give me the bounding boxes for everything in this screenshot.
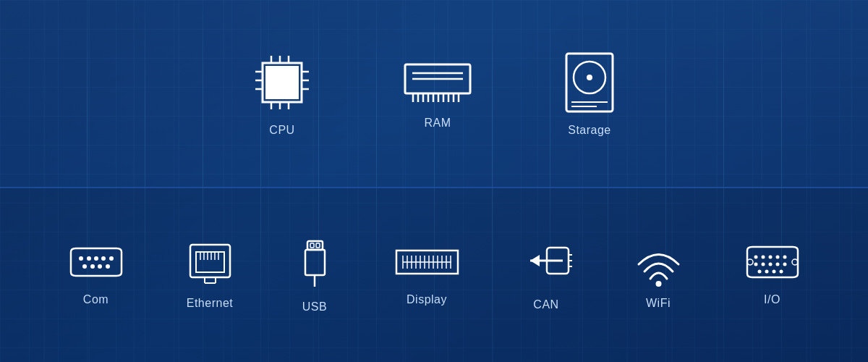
ram-icon xyxy=(401,57,474,108)
usb-label: USB xyxy=(302,300,327,313)
svg-point-89 xyxy=(757,269,761,273)
bottom-section: Com Ethernet xyxy=(0,188,868,362)
svg-rect-56 xyxy=(316,243,320,248)
can-item: CAN xyxy=(490,239,603,311)
svg-point-35 xyxy=(87,256,91,261)
svg-point-88 xyxy=(783,262,786,266)
svg-point-79 xyxy=(754,255,757,258)
ethernet-item: Ethernet xyxy=(154,241,266,310)
can-label: CAN xyxy=(533,298,558,311)
svg-point-42 xyxy=(106,264,110,269)
svg-point-82 xyxy=(775,255,779,258)
svg-point-91 xyxy=(772,269,775,273)
svg-point-86 xyxy=(768,262,772,266)
svg-point-78 xyxy=(655,281,661,287)
storage-item: Starage xyxy=(517,50,662,137)
ethernet-label: Ethernet xyxy=(187,297,233,310)
svg-point-41 xyxy=(98,264,102,269)
svg-point-39 xyxy=(82,264,87,269)
ethernet-icon xyxy=(183,241,237,288)
io-icon xyxy=(744,245,801,285)
wifi-icon xyxy=(631,241,686,288)
cpu-icon xyxy=(250,50,315,115)
usb-icon xyxy=(295,237,335,292)
storage-label: Starage xyxy=(568,124,611,137)
display-icon xyxy=(393,245,461,285)
svg-rect-55 xyxy=(310,243,314,248)
wifi-label: WiFi xyxy=(646,297,671,310)
svg-point-80 xyxy=(761,255,765,258)
svg-point-85 xyxy=(761,262,765,266)
svg-point-36 xyxy=(94,256,98,261)
com-item: Com xyxy=(38,245,154,306)
com-icon xyxy=(67,245,125,285)
com-label: Com xyxy=(83,293,109,306)
svg-point-31 xyxy=(587,75,592,80)
svg-rect-57 xyxy=(305,250,325,275)
cpu-label: CPU xyxy=(269,124,294,137)
ram-item: RAM xyxy=(358,57,517,130)
display-item: Display xyxy=(364,245,490,306)
top-section: CPU xyxy=(0,0,868,188)
can-icon xyxy=(519,239,574,290)
svg-point-81 xyxy=(768,255,772,258)
display-label: Display xyxy=(407,293,447,306)
ram-label: RAM xyxy=(424,117,451,130)
svg-point-40 xyxy=(90,264,95,269)
svg-point-37 xyxy=(101,256,106,261)
cpu-item: CPU xyxy=(206,50,358,137)
svg-point-38 xyxy=(109,256,114,261)
io-label: I/O xyxy=(764,293,780,306)
wifi-item: WiFi xyxy=(603,241,715,310)
svg-rect-54 xyxy=(307,241,323,250)
io-item: I/O xyxy=(715,245,830,306)
svg-point-90 xyxy=(765,269,768,273)
svg-point-92 xyxy=(779,269,783,273)
svg-point-83 xyxy=(783,255,786,258)
usb-item: USB xyxy=(266,237,364,313)
svg-point-84 xyxy=(754,262,757,266)
svg-point-34 xyxy=(79,256,83,261)
svg-marker-73 xyxy=(530,255,540,266)
storage-icon xyxy=(561,50,618,115)
svg-point-87 xyxy=(775,262,779,266)
